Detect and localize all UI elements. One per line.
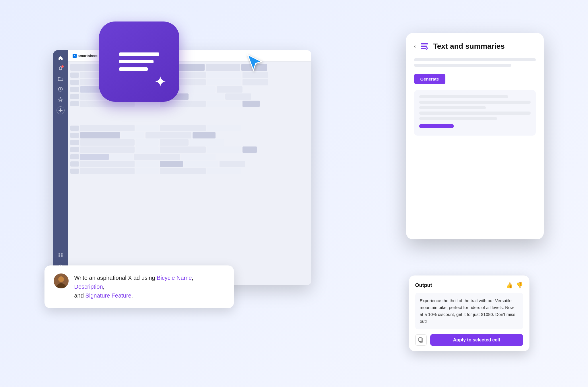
table-row (70, 161, 309, 167)
output-header: Output 👍 👎 (415, 282, 523, 289)
svg-rect-2 (61, 253, 63, 255)
prompt-link-bicycle: Bicycle Name (157, 275, 192, 281)
logo-text: smartsheet (78, 54, 98, 58)
user-avatar (54, 273, 69, 288)
output-title: Output (415, 282, 432, 288)
panel-back-button[interactable]: ‹ (414, 43, 416, 50)
prompt-link-signature: Signature Feature (85, 292, 131, 299)
panel-line (419, 106, 486, 109)
logo-icon: ✕ (73, 54, 77, 58)
sparkle-icon: ✦ (154, 74, 167, 89)
prompt-bubble: Write an aspirational X ad using Bicycle… (44, 265, 234, 308)
svg-rect-8 (421, 46, 427, 47)
svg-rect-1 (59, 253, 60, 255)
icon-line-3 (119, 67, 148, 71)
svg-point-11 (58, 276, 64, 282)
sidebar-clock-icon[interactable] (56, 85, 65, 94)
sidebar-star-icon[interactable] (56, 95, 65, 104)
generate-button[interactable]: Generate (414, 74, 445, 84)
sidebar-plus-icon[interactable] (57, 106, 65, 114)
output-text: Experience the thrill of the trail with … (420, 298, 515, 324)
output-text-box: Experience the thrill of the trail with … (415, 293, 523, 329)
table-row (70, 125, 309, 131)
panel-section (414, 90, 536, 136)
svg-point-10 (56, 283, 66, 288)
prompt-suffix: . (131, 292, 133, 299)
copy-button[interactable] (415, 334, 427, 346)
thumbs-down-icon[interactable]: 👎 (516, 282, 523, 289)
prompt-sep1: , (192, 275, 193, 281)
table-row (70, 101, 309, 107)
right-panel: ‹ Text and summaries Generate (406, 33, 544, 239)
panel-line-purple (419, 124, 454, 128)
main-window: ✕ smartsheet (53, 50, 311, 285)
logo: ✕ smartsheet (73, 54, 98, 58)
table-row (70, 139, 309, 146)
sidebar-folder-icon[interactable] (56, 74, 65, 83)
panel-header: ‹ Text and summaries (414, 41, 536, 51)
panel-title: Text and summaries (433, 42, 505, 51)
sidebar-grid-icon[interactable] (56, 250, 65, 259)
output-feedback: 👍 👎 (506, 282, 523, 289)
sidebar-home-icon[interactable] (56, 54, 65, 63)
app-icon-lines (119, 52, 159, 71)
table-row (70, 146, 309, 153)
app-icon: ✦ (99, 22, 179, 102)
svg-rect-3 (59, 255, 60, 257)
panel-line (419, 112, 531, 115)
output-actions: Apply to selected cell (415, 334, 523, 346)
thumbs-up-icon[interactable]: 👍 (506, 282, 513, 289)
panel-icon (419, 41, 430, 51)
sidebar-bell-icon[interactable] (56, 64, 65, 73)
svg-rect-13 (419, 338, 422, 341)
table-row (70, 168, 309, 174)
panel-line (419, 95, 508, 98)
panel-lines-top (414, 58, 536, 67)
svg-rect-9 (421, 48, 426, 49)
icon-line-1 (119, 52, 159, 56)
svg-rect-7 (421, 43, 428, 44)
table-row (70, 154, 309, 160)
output-card: Output 👍 👎 Experience the thrill of the … (409, 275, 529, 351)
panel-line (414, 64, 511, 67)
table-row (70, 132, 309, 138)
panel-line (414, 58, 536, 61)
apply-button[interactable]: Apply to selected cell (430, 334, 523, 346)
prompt-link-description: Description (74, 284, 103, 290)
prompt-text: Write an aspirational X ad using Bicycle… (74, 273, 225, 300)
icon-line-2 (119, 60, 154, 63)
panel-line (419, 117, 497, 120)
svg-rect-4 (61, 255, 63, 257)
sidebar (53, 50, 68, 285)
prompt-prefix: Write an aspirational X ad using (74, 275, 157, 281)
cursor-arrow (245, 52, 265, 73)
panel-line (419, 101, 531, 104)
